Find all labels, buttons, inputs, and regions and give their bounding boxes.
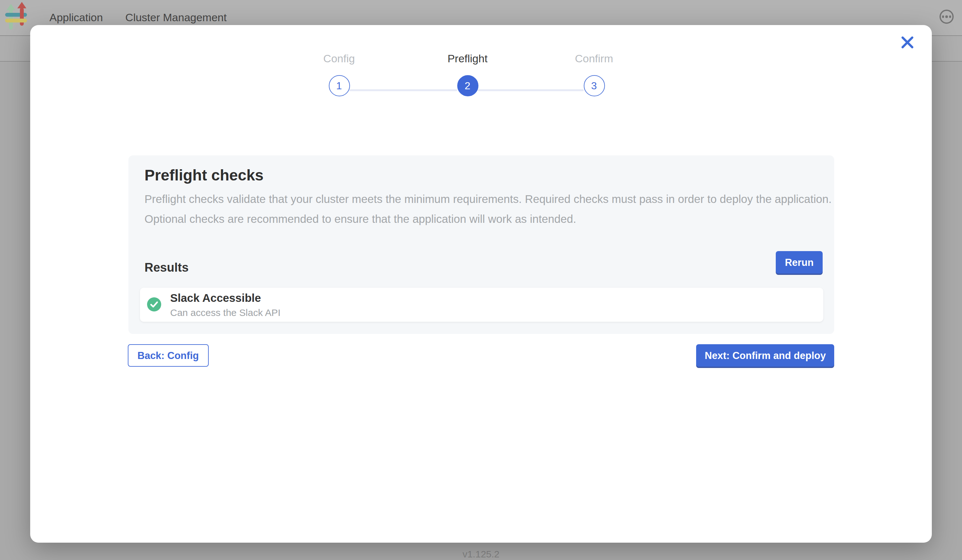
ellipsis-icon [942,16,944,18]
check-pass-icon [147,297,161,311]
step-label: Config [294,53,384,66]
app-root: Application Cluster Management v1.125.2 … [0,0,962,560]
preflight-wizard-modal: Config 1 Preflight 2 Confirm 3 Preflight… [30,25,932,543]
nav-tab-application[interactable]: Application [50,11,103,24]
preflight-result-row: Slack Accessible Can access the Slack AP… [140,288,823,322]
close-icon[interactable] [900,35,915,50]
preflight-panel: Preflight checks Preflight checks valida… [128,155,834,334]
panel-title: Preflight checks [145,166,264,184]
step-circle: 3 [583,75,605,96]
step-label: Confirm [549,53,639,66]
check-detail: Can access the Slack API [170,307,281,318]
nav-tab-cluster-management[interactable]: Cluster Management [125,11,227,24]
panel-description: Preflight checks validate that your clus… [145,189,838,229]
next-confirm-deploy-button[interactable]: Next: Confirm and deploy [696,344,834,367]
step-circle: 1 [328,75,350,96]
step-circle: 2 [457,75,478,96]
check-title: Slack Accessible [170,292,261,305]
step-preflight: Preflight 2 [423,53,512,96]
rerun-button[interactable]: Rerun [776,251,823,274]
step-config: Config 1 [294,53,384,96]
version-text: v1.125.2 [0,549,962,559]
ellipsis-icon [949,16,951,18]
ellipsis-icon [946,16,948,18]
nav-tabs: Application Cluster Management [50,11,227,24]
back-config-button[interactable]: Back: Config [128,344,208,367]
logo-yellow-bar [5,19,27,23]
step-confirm: Confirm 3 [549,53,639,96]
step-label: Preflight [423,53,512,66]
overflow-menu-button[interactable] [939,10,954,24]
results-heading: Results [145,261,189,275]
app-logo-icon [5,4,27,31]
